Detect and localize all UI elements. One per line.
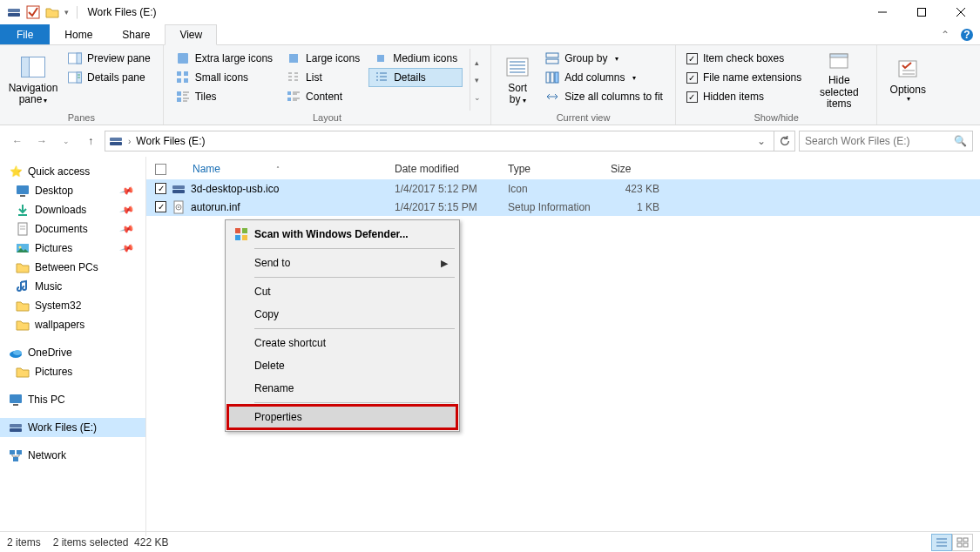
drive-icon (7, 5, 21, 19)
tab-file[interactable]: File (0, 24, 50, 44)
ctx-create-shortcut[interactable]: Create shortcut (228, 332, 456, 354)
tree-quick-access[interactable]: ⭐Quick access (0, 162, 145, 181)
size-columns-button[interactable]: Size all columns to fit (540, 87, 668, 106)
svg-rect-90 (235, 235, 240, 240)
layout-large[interactable]: Large icons (281, 49, 365, 68)
ctx-cut[interactable]: Cut (228, 280, 456, 303)
layout-list[interactable]: List (281, 68, 365, 87)
lg-icons-icon (287, 51, 301, 65)
row-checkbox[interactable]: ✓ (155, 201, 166, 212)
xl-icons-icon (176, 51, 190, 65)
file-size: 1 KB (604, 201, 666, 213)
add-columns-button[interactable]: Add columns▾ (540, 68, 668, 87)
navigation-pane-button[interactable]: Navigationpane▾ (7, 49, 59, 110)
tree-onedrive-pictures[interactable]: Pictures (0, 362, 145, 381)
navigation-tree[interactable]: ⭐Quick access Desktop📌 Downloads📌 Docume… (0, 157, 146, 536)
svg-rect-21 (184, 78, 188, 83)
layout-scroll[interactable]: ▴▾⌄ (470, 49, 483, 111)
recent-dropdown[interactable]: ⌄ (56, 131, 77, 151)
minimize-button[interactable] (862, 0, 902, 24)
sort-by-button[interactable]: Sortby▾ (498, 49, 537, 110)
navigation-pane-icon (19, 53, 47, 81)
layout-extra-large[interactable]: Extra large icons (171, 49, 278, 68)
ribbon: Navigationpane▾ Preview pane Details pan… (0, 45, 980, 125)
preview-pane-icon (68, 51, 82, 65)
tab-home[interactable]: Home (50, 24, 107, 44)
up-button[interactable]: ↑ (80, 131, 101, 151)
group-label-layout: Layout (171, 111, 483, 123)
svg-point-75 (13, 350, 22, 355)
ctx-properties[interactable]: Properties (228, 406, 456, 428)
breadcrumb[interactable]: › Work Files (E:) ⌄ (105, 131, 774, 151)
layout-content[interactable]: Content (281, 87, 365, 106)
svg-rect-88 (235, 228, 240, 233)
details-pane-button[interactable]: Details pane (63, 68, 156, 87)
details-view-button[interactable] (931, 534, 952, 551)
tree-wallpapers[interactable]: wallpapers (0, 315, 145, 334)
layout-small[interactable]: Small icons (171, 68, 278, 87)
tree-pictures[interactable]: Pictures📌 (0, 239, 145, 258)
svg-rect-28 (289, 54, 298, 63)
column-name[interactable]: Name˄ (172, 163, 388, 175)
submenu-arrow-icon: ▶ (441, 258, 448, 269)
column-size[interactable]: Size (604, 163, 666, 175)
file-row[interactable]: ✓ autorun.inf 1/4/2017 5:15 PM Setup Inf… (146, 198, 980, 216)
collapse-ribbon-button[interactable]: ⌃ (936, 24, 954, 44)
ctx-scan-defender[interactable]: Scan with Windows Defender... (228, 223, 456, 246)
select-all-checkbox[interactable] (155, 164, 166, 175)
group-by-button[interactable]: Group by▾ (540, 49, 668, 68)
tree-downloads[interactable]: Downloads📌 (0, 200, 145, 219)
folder-icon[interactable] (45, 5, 59, 19)
close-button[interactable] (941, 0, 980, 24)
layout-medium[interactable]: Medium icons (368, 49, 463, 68)
tree-work-files-drive[interactable]: Work Files (E:) (0, 418, 145, 437)
window-title: Work Files (E:) (88, 6, 157, 18)
ribbon-tabs: File Home Share View ⌃ ? (0, 24, 980, 45)
tree-this-pc[interactable]: This PC (0, 390, 145, 409)
qat-dropdown[interactable]: ▾ (64, 8, 69, 17)
pictures-icon (16, 241, 30, 255)
search-input[interactable] (805, 135, 954, 147)
hidden-items-toggle[interactable]: ✓Hidden items (683, 87, 805, 106)
column-date[interactable]: Date modified (388, 163, 501, 175)
file-row[interactable]: ✓ 3d-desktop-usb.ico 1/4/2017 5:12 PM Ic… (146, 179, 980, 198)
tree-system32[interactable]: System32 (0, 296, 145, 315)
tree-music[interactable]: Music (0, 277, 145, 296)
svg-rect-12 (77, 53, 82, 64)
file-extensions-toggle[interactable]: ✓File name extensions (683, 68, 805, 87)
options-button[interactable]: Options▾ (884, 49, 931, 110)
layout-tiles[interactable]: Tiles (171, 87, 278, 106)
ctx-rename[interactable]: Rename (228, 377, 456, 400)
ctx-send-to[interactable]: Send to▶ (228, 252, 456, 274)
tab-view[interactable]: View (165, 24, 217, 45)
svg-rect-96 (963, 538, 968, 542)
refresh-button[interactable] (774, 131, 795, 151)
search-box[interactable]: 🔍 (799, 131, 973, 151)
qat-checkbox-icon[interactable] (26, 5, 40, 19)
address-history-dropdown[interactable]: ⌄ (753, 135, 770, 147)
item-checkboxes-toggle[interactable]: ✓Item check boxes (683, 49, 805, 68)
svg-text:?: ? (963, 29, 970, 41)
tree-network[interactable]: Network (0, 446, 145, 465)
back-button[interactable]: ← (7, 131, 28, 151)
tree-between-pcs[interactable]: Between PCs (0, 258, 145, 277)
thumbnails-view-button[interactable] (952, 534, 973, 551)
layout-details[interactable]: Details (368, 68, 463, 87)
svg-rect-19 (184, 71, 188, 76)
breadcrumb-item[interactable]: Work Files (E:) (136, 135, 205, 147)
tree-documents[interactable]: Documents📌 (0, 219, 145, 239)
ctx-delete[interactable]: Delete (228, 354, 456, 377)
ctx-copy[interactable]: Copy (228, 303, 456, 326)
preview-pane-button[interactable]: Preview pane (63, 49, 156, 68)
maximize-button[interactable] (902, 0, 941, 24)
tab-share[interactable]: Share (107, 24, 165, 44)
column-type[interactable]: Type (501, 163, 604, 175)
hide-selected-button[interactable]: Hide selecteditems (808, 49, 869, 110)
tree-onedrive[interactable]: OneDrive (0, 343, 145, 362)
help-button[interactable]: ? (954, 24, 980, 44)
forward-button[interactable]: → (31, 131, 52, 151)
svg-rect-22 (177, 91, 181, 96)
file-date: 1/4/2017 5:15 PM (388, 201, 501, 213)
row-checkbox[interactable]: ✓ (155, 183, 166, 194)
tree-desktop[interactable]: Desktop📌 (0, 181, 145, 200)
